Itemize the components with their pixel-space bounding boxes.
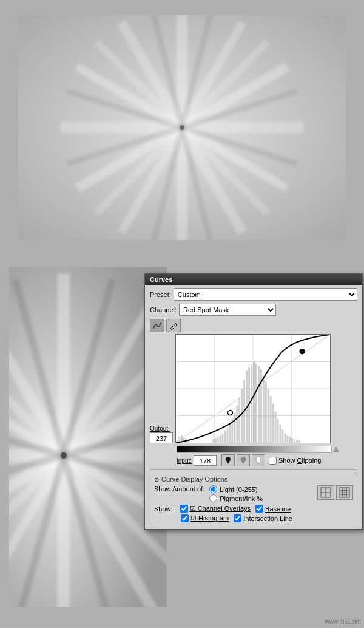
channel-buttons-area bbox=[317, 485, 353, 500]
svg-marker-106 bbox=[334, 447, 339, 452]
eyedropper-white-button[interactable] bbox=[252, 454, 265, 466]
preset-row: Preset: Custom bbox=[150, 288, 357, 301]
pencil-button[interactable] bbox=[166, 319, 181, 332]
svg-rect-76 bbox=[236, 406, 238, 443]
eyedropper-black-icon bbox=[224, 456, 232, 465]
curves-panel: Curves Preset: Custom Channel: Red Spot … bbox=[144, 273, 363, 530]
panel-body: Preset: Custom Channel: Red Spot Mask RG… bbox=[145, 285, 362, 529]
svg-rect-70 bbox=[222, 434, 224, 443]
show-clipping-checkbox[interactable] bbox=[269, 457, 277, 465]
channel-select[interactable]: Red Spot Mask RGB Red Green Blue bbox=[179, 304, 276, 316]
intersection-checkbox[interactable] bbox=[234, 514, 241, 522]
svg-point-51 bbox=[61, 452, 67, 459]
input-eyedrop-row: Input: 178 bbox=[150, 454, 357, 466]
output-value-box[interactable]: 237 bbox=[150, 432, 173, 443]
curve-display-title-row: ⊙ Curve Display Options bbox=[154, 476, 353, 483]
svg-rect-88 bbox=[265, 381, 267, 443]
bottom-burst-image bbox=[9, 267, 167, 607]
channel-row: Channel: Red Spot Mask RGB Red Green Blu… bbox=[150, 304, 357, 316]
svg-rect-87 bbox=[263, 375, 265, 443]
svg-rect-100 bbox=[294, 439, 295, 443]
channel-grid-button-1[interactable] bbox=[317, 485, 334, 500]
svg-rect-69 bbox=[220, 435, 221, 443]
gradient-bar-row bbox=[177, 446, 357, 453]
top-burst-image bbox=[18, 15, 346, 240]
panel-titlebar: Curves bbox=[145, 274, 362, 285]
svg-rect-97 bbox=[286, 435, 288, 443]
grid-icon-2 bbox=[339, 487, 350, 498]
channel-overlays-label: ☑ Channel Overlays bbox=[190, 505, 251, 513]
show-amount-row: Show Amount of: Light (0-255) Pigment/In… bbox=[154, 485, 353, 502]
section-arrow: ⊙ bbox=[154, 476, 159, 483]
triangle-icon bbox=[333, 446, 339, 452]
divider bbox=[150, 469, 357, 470]
show-row: Show: ☑ Channel Overlays Baseline bbox=[154, 505, 353, 513]
svg-rect-73 bbox=[229, 423, 231, 443]
svg-line-52 bbox=[175, 323, 177, 324]
radio-group: Light (0-255) Pigment/Ink % bbox=[209, 485, 263, 502]
eyedropper-black-button[interactable] bbox=[221, 454, 235, 466]
channel-overlays-option: ☑ Channel Overlays bbox=[180, 505, 251, 513]
show-amount-label: Show Amount of: bbox=[154, 485, 204, 493]
svg-rect-83 bbox=[253, 362, 255, 443]
histogram-option: ☑ Histogram bbox=[181, 514, 229, 522]
pigment-radio[interactable] bbox=[209, 494, 217, 502]
channel-overlays-checkbox[interactable] bbox=[180, 505, 188, 513]
svg-rect-85 bbox=[258, 366, 260, 443]
top-canvas bbox=[18, 15, 346, 240]
svg-point-104 bbox=[228, 411, 232, 415]
svg-rect-101 bbox=[296, 440, 298, 443]
curve-display-section: ⊙ Curve Display Options Show Amount of: … bbox=[150, 473, 357, 525]
eyedropper-gray-icon bbox=[240, 456, 247, 465]
svg-rect-93 bbox=[277, 418, 279, 443]
intersection-label: Intersection Line bbox=[243, 515, 292, 522]
pigment-option-row: Pigment/Ink % bbox=[209, 494, 263, 502]
svg-rect-89 bbox=[268, 389, 269, 443]
light-option-label: Light (0-255) bbox=[220, 486, 257, 493]
bottom-canvas bbox=[9, 267, 167, 607]
histogram-label: ☑ Histogram bbox=[190, 514, 229, 522]
preset-label: Preset: bbox=[150, 291, 171, 298]
show-clipping-row: Show Clipping bbox=[269, 457, 321, 465]
svg-rect-95 bbox=[281, 429, 283, 443]
svg-rect-94 bbox=[280, 425, 281, 443]
input-row: Input: 178 bbox=[177, 455, 217, 466]
baseline-option: Baseline bbox=[255, 505, 291, 513]
histogram-checkbox[interactable] bbox=[181, 514, 189, 522]
curves-graph-svg bbox=[176, 335, 330, 443]
grid-icon-1 bbox=[320, 487, 331, 498]
svg-rect-102 bbox=[298, 440, 300, 443]
curve-draw-button[interactable] bbox=[150, 319, 164, 332]
svg-point-25 bbox=[180, 125, 184, 130]
curve-display-title: Curve Display Options bbox=[161, 476, 228, 483]
show-label: Show: bbox=[154, 505, 173, 513]
pencil-icon bbox=[169, 321, 178, 330]
svg-rect-96 bbox=[284, 433, 286, 443]
panel-title: Curves bbox=[150, 276, 172, 283]
svg-rect-98 bbox=[289, 437, 291, 443]
svg-rect-82 bbox=[251, 364, 252, 443]
input-gradient-bar bbox=[177, 446, 332, 453]
tools-row bbox=[150, 319, 357, 332]
svg-rect-71 bbox=[224, 431, 226, 443]
svg-rect-75 bbox=[234, 413, 235, 443]
svg-point-105 bbox=[300, 349, 305, 354]
graph-container[interactable] bbox=[175, 334, 331, 443]
curve-icon bbox=[153, 321, 161, 330]
curves-graph-wrapper: Output: 237 bbox=[150, 334, 357, 443]
watermark: www.jb51.net bbox=[325, 618, 361, 625]
pigment-option-label: Pigment/Ink % bbox=[220, 495, 263, 502]
input-value-box[interactable]: 178 bbox=[194, 455, 217, 466]
output-label: Output: bbox=[150, 425, 173, 432]
baseline-checkbox[interactable] bbox=[255, 505, 263, 513]
svg-rect-84 bbox=[255, 363, 257, 443]
input-label: Input: bbox=[177, 457, 192, 464]
light-radio[interactable] bbox=[209, 485, 217, 493]
eyedropper-row bbox=[221, 454, 265, 466]
channel-grid-button-2[interactable] bbox=[336, 485, 353, 500]
intersection-option: Intersection Line bbox=[234, 514, 292, 522]
eyedropper-gray-button[interactable] bbox=[237, 454, 250, 466]
preset-select[interactable]: Custom bbox=[174, 288, 357, 301]
output-area: Output: 237 bbox=[150, 334, 173, 443]
svg-rect-92 bbox=[275, 412, 277, 443]
